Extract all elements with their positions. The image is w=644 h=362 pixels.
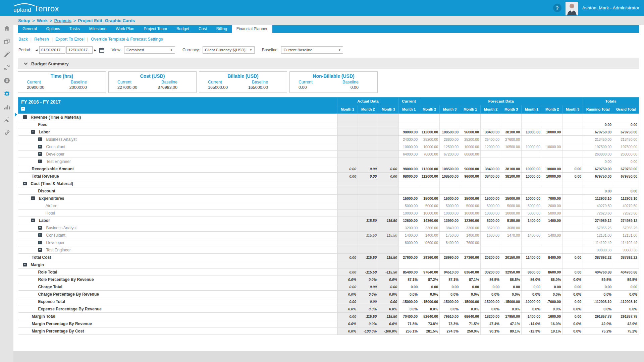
forecast-value-cell[interactable]: 0.00 (542, 283, 562, 291)
period-prev-icon[interactable]: ◄ (34, 48, 39, 52)
forecast-value-cell[interactable]: 0.00 (501, 283, 522, 291)
collapse-icon[interactable]: − (31, 196, 35, 200)
forecast-value-cell[interactable]: 15000.00 (501, 195, 522, 202)
tab-project-team[interactable]: Project Team (139, 25, 172, 33)
forecast-value-cell[interactable]: 27600.00 (399, 254, 419, 261)
forecast-value-cell[interactable]: 87.1% (440, 276, 460, 283)
forecast-value-cell[interactable]: 15000.00 (460, 195, 481, 202)
forecast-value-cell[interactable]: 0.00 (562, 254, 583, 261)
forecast-value-cell[interactable]: 10000.00 (542, 173, 562, 180)
forecast-value-cell[interactable]: 0.00 (562, 173, 583, 180)
forecast-value-cell[interactable]: 1400.00 (460, 232, 481, 239)
forecast-value-cell[interactable] (522, 158, 542, 165)
forecast-value-cell[interactable] (562, 180, 583, 187)
forecast-value-cell[interactable]: 7000.00 (542, 195, 562, 202)
forecast-value-cell[interactable]: 15000.00 (481, 195, 501, 202)
sync-icon[interactable] (3, 64, 10, 71)
forecast-value-cell[interactable]: 87.2% (419, 276, 440, 283)
forecast-value-cell[interactable] (562, 217, 583, 224)
forecast-value-cell[interactable]: 274.3% (440, 327, 460, 335)
forecast-value-cell[interactable] (419, 158, 440, 165)
forecast-value-cell[interactable] (399, 158, 419, 165)
forecast-value-cell[interactable]: 5000.00 (522, 209, 542, 217)
calendar-icon[interactable] (99, 48, 104, 53)
forecast-value-cell[interactable]: 5000.00 (440, 202, 460, 209)
forecast-value-cell[interactable]: 28990.00 (440, 254, 460, 261)
forecast-value-cell[interactable] (399, 187, 419, 195)
forecast-value-cell[interactable] (542, 150, 562, 158)
forecast-value-cell[interactable]: 70400.00 (399, 313, 419, 320)
forecast-value-cell[interactable]: 0.0% (481, 305, 501, 313)
forecast-value-cell[interactable] (440, 158, 460, 165)
forecast-value-cell[interactable] (481, 114, 501, 121)
tab-general[interactable]: General (18, 25, 42, 33)
tab-budget[interactable]: Budget (172, 25, 194, 33)
forecast-value-cell[interactable] (562, 202, 583, 209)
forecast-value-cell[interactable] (501, 239, 522, 246)
collapse-icon[interactable]: − (31, 130, 35, 134)
forecast-value-cell[interactable]: 8400.00 (542, 254, 562, 261)
forecast-value-cell[interactable]: 19.1% (542, 327, 562, 335)
forecast-value-cell[interactable]: 17950.00 (501, 313, 522, 320)
forecast-value-cell[interactable]: 97640.00 (419, 268, 440, 276)
forecast-value-cell[interactable]: 94510.00 (440, 268, 460, 276)
forecast-value-cell[interactable] (440, 187, 460, 195)
forecast-value-cell[interactable] (481, 261, 501, 268)
sidebar-expand-handle[interactable] (15, 113, 17, 117)
forecast-value-cell[interactable]: 3200.00 (399, 224, 419, 232)
forecast-value-cell[interactable]: 7600.00 (460, 239, 481, 246)
forecast-value-cell[interactable]: 87.1% (460, 276, 481, 283)
forecast-value-cell[interactable]: 0.0% (440, 291, 460, 298)
forecast-value-cell[interactable]: 108500.00 (440, 173, 460, 180)
forecast-value-cell[interactable]: 3360.00 (460, 224, 481, 232)
forecast-value-cell[interactable] (501, 150, 522, 158)
period-next-icon[interactable]: ► (93, 48, 98, 52)
forecast-value-cell[interactable]: 87.1% (399, 276, 419, 283)
forecast-value-cell[interactable]: 0.0% (562, 276, 583, 283)
forecast-value-cell[interactable]: 20150.00 (501, 254, 522, 261)
forecast-value-cell[interactable] (562, 143, 583, 150)
collapse-icon[interactable]: − (23, 263, 27, 266)
forecast-value-cell[interactable]: 8600.00 (542, 268, 562, 276)
forecast-value-cell[interactable]: 25200.00 (419, 136, 440, 143)
forecast-value-cell[interactable] (562, 232, 583, 239)
forecast-value-cell[interactable] (562, 121, 583, 128)
forecast-value-cell[interactable]: 38100.00 (501, 173, 522, 180)
forecast-value-cell[interactable]: 10000.00 (542, 143, 562, 150)
forecast-value-cell[interactable]: 26400.00 (481, 136, 501, 143)
collapse-icon[interactable]: − (31, 219, 35, 222)
forecast-value-cell[interactable]: 29360.00 (419, 254, 440, 261)
tools-icon[interactable] (3, 116, 10, 123)
tab-work-plan[interactable]: Work Plan (111, 25, 139, 33)
forecast-value-cell[interactable]: 5000.00 (399, 202, 419, 209)
breadcrumb-item[interactable]: Work (37, 18, 48, 23)
expand-icon[interactable]: + (38, 145, 42, 148)
forecast-value-cell[interactable]: -15000.00 (481, 298, 501, 305)
forecast-value-cell[interactable]: 1400.00 (399, 232, 419, 239)
forecast-value-cell[interactable] (440, 246, 460, 254)
forecast-value-cell[interactable]: 10000.00 (460, 143, 481, 150)
forecast-value-cell[interactable]: 10000.00 (419, 143, 440, 150)
forecast-value-cell[interactable] (542, 158, 562, 165)
forecast-value-cell[interactable]: 5200.00 (481, 217, 501, 224)
forecast-value-cell[interactable]: 9600.00 (419, 239, 440, 246)
back-link[interactable]: Back (18, 37, 28, 42)
forecast-value-cell[interactable]: 68640.00 (460, 313, 481, 320)
forecast-value-cell[interactable]: 33200.00 (481, 268, 501, 276)
forecast-value-cell[interactable]: 0.00 (562, 298, 583, 305)
forecast-value-cell[interactable]: 3360.00 (419, 224, 440, 232)
forecast-value-cell[interactable]: 71.8% (399, 320, 419, 327)
forecast-value-cell[interactable]: 0.00 (522, 283, 542, 291)
forecast-value-cell[interactable]: 1400.00 (419, 232, 440, 239)
forecast-value-cell[interactable]: 98000.00 (399, 165, 419, 173)
forecast-value-cell[interactable]: 0.0% (481, 291, 501, 298)
forecast-value-cell[interactable] (562, 246, 583, 254)
refresh-link[interactable]: Refresh (34, 37, 49, 42)
forecast-value-cell[interactable] (419, 246, 440, 254)
tab-tasks[interactable]: Tasks (65, 25, 85, 33)
forecast-value-cell[interactable] (501, 180, 522, 187)
forecast-value-cell[interactable]: 3680.00 (501, 224, 522, 232)
forecast-value-cell[interactable]: 38400.00 (481, 165, 501, 173)
forecast-value-cell[interactable]: 38400.00 (481, 173, 501, 180)
forecast-value-cell[interactable]: 96000.00 (460, 173, 481, 180)
